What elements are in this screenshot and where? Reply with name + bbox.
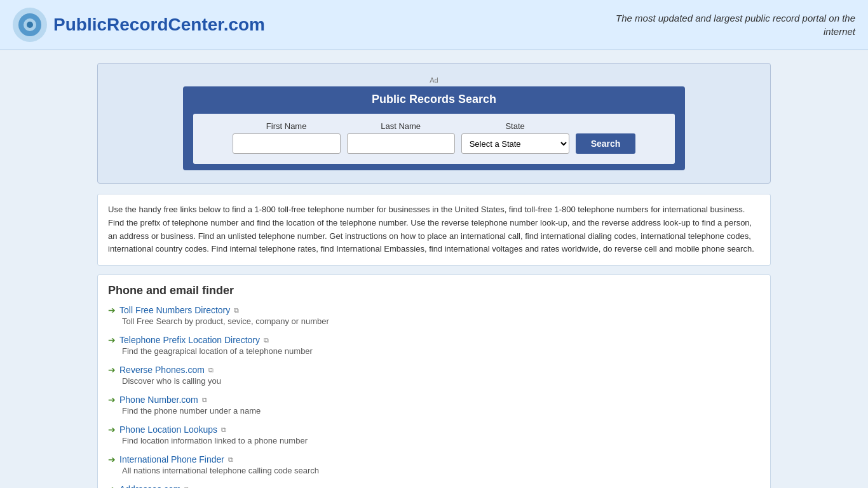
description-box: Use the handy free links below to find a… xyxy=(97,194,771,266)
first-name-label: First Name xyxy=(233,121,341,131)
finder-link-row: ➔Telephone Prefix Location Directory⧉ xyxy=(108,335,760,345)
logo-icon xyxy=(13,8,47,42)
site-header: PublicRecordCenter.com The most updated … xyxy=(0,0,868,50)
state-group: State Select a StateAlabamaAlaskaArizona… xyxy=(461,121,569,154)
site-title[interactable]: PublicRecordCenter.com xyxy=(53,15,265,35)
arrow-icon: ➔ xyxy=(108,454,116,464)
finder-section: Phone and email finder ➔Toll Free Number… xyxy=(97,274,771,488)
first-name-group: First Name xyxy=(233,121,341,154)
last-name-label: Last Name xyxy=(347,121,455,131)
tagline: The most updated and largest public reco… xyxy=(614,11,855,38)
finder-link-row: ➔Reverse Phones.com⧉ xyxy=(108,365,760,375)
search-widget-wrapper: Ad Public Records Search First Name Last… xyxy=(97,63,771,184)
list-item: ➔Telephone Prefix Location Directory⧉Fin… xyxy=(108,335,760,356)
finder-link[interactable]: Toll Free Numbers Directory xyxy=(119,305,230,315)
finder-link-row: ➔Phone Location Lookups⧉ xyxy=(108,424,760,435)
finder-item-desc: Toll Free Search by product, sevice, com… xyxy=(122,316,760,326)
description-text: Use the handy free links below to find a… xyxy=(108,203,760,256)
finder-link-row: ➔International Phone Finder⧉ xyxy=(108,454,760,464)
finder-link-row: ➔Addresses.com⧉ xyxy=(108,484,760,488)
list-item: ➔Addresses.com⧉Cell phone caller identif… xyxy=(108,484,760,488)
finder-link[interactable]: Phone Number.com xyxy=(119,395,198,405)
finder-item-desc: Discover who is calling you xyxy=(122,376,760,386)
finder-link[interactable]: Reverse Phones.com xyxy=(119,365,205,375)
finder-item-desc: Find the geagrapical location of a telep… xyxy=(122,346,760,356)
last-name-input[interactable] xyxy=(347,133,455,154)
arrow-icon: ➔ xyxy=(108,484,116,488)
state-select[interactable]: Select a StateAlabamaAlaskaArizonaArkans… xyxy=(461,133,569,154)
finder-link-row: ➔Phone Number.com⧉ xyxy=(108,395,760,405)
external-link-icon: ⧉ xyxy=(202,396,207,404)
first-name-input[interactable] xyxy=(233,133,341,154)
external-link-icon: ⧉ xyxy=(264,336,269,344)
external-link-icon: ⧉ xyxy=(221,426,226,434)
external-link-icon: ⧉ xyxy=(208,366,214,374)
finder-item-desc: All nations international telephone call… xyxy=(122,466,760,475)
finder-link-row: ➔Toll Free Numbers Directory⧉ xyxy=(108,305,760,315)
finder-link[interactable]: International Phone Finder xyxy=(119,454,224,464)
list-item: ➔Phone Number.com⧉Find the phone number … xyxy=(108,395,760,416)
search-box-title: Public Records Search xyxy=(193,93,675,106)
finder-item-desc: Find the phone number under a name xyxy=(122,406,760,416)
finder-link[interactable]: Phone Location Lookups xyxy=(119,424,217,435)
external-link-icon: ⧉ xyxy=(184,485,189,488)
external-link-icon: ⧉ xyxy=(228,456,233,464)
arrow-icon: ➔ xyxy=(108,335,116,345)
list-item: ➔Toll Free Numbers Directory⧉Toll Free S… xyxy=(108,305,760,326)
finder-section-title: Phone and email finder xyxy=(108,284,760,297)
finder-link[interactable]: Addresses.com xyxy=(119,484,180,488)
search-box: Public Records Search First Name Last Na… xyxy=(183,86,685,170)
finder-link[interactable]: Telephone Prefix Location Directory xyxy=(119,335,260,345)
svg-point-3 xyxy=(27,22,33,28)
search-form: First Name Last Name State Select a Stat… xyxy=(193,114,675,164)
finder-items-container: ➔Toll Free Numbers Directory⧉Toll Free S… xyxy=(108,305,760,488)
arrow-icon: ➔ xyxy=(108,305,116,315)
main-wrapper: Ad Public Records Search First Name Last… xyxy=(85,50,783,488)
list-item: ➔International Phone Finder⧉All nations … xyxy=(108,454,760,475)
arrow-icon: ➔ xyxy=(108,365,116,375)
arrow-icon: ➔ xyxy=(108,395,116,405)
logo-area: PublicRecordCenter.com xyxy=(13,8,265,42)
external-link-icon: ⧉ xyxy=(234,306,239,315)
state-label: State xyxy=(461,121,569,131)
last-name-group: Last Name xyxy=(347,121,455,154)
list-item: ➔Reverse Phones.com⧉Discover who is call… xyxy=(108,365,760,386)
list-item: ➔Phone Location Lookups⧉Find location in… xyxy=(108,424,760,445)
ad-label: Ad xyxy=(111,76,757,84)
finder-item-desc: Find location information linked to a ph… xyxy=(122,436,760,445)
search-button[interactable]: Search xyxy=(576,133,636,154)
arrow-icon: ➔ xyxy=(108,424,116,435)
